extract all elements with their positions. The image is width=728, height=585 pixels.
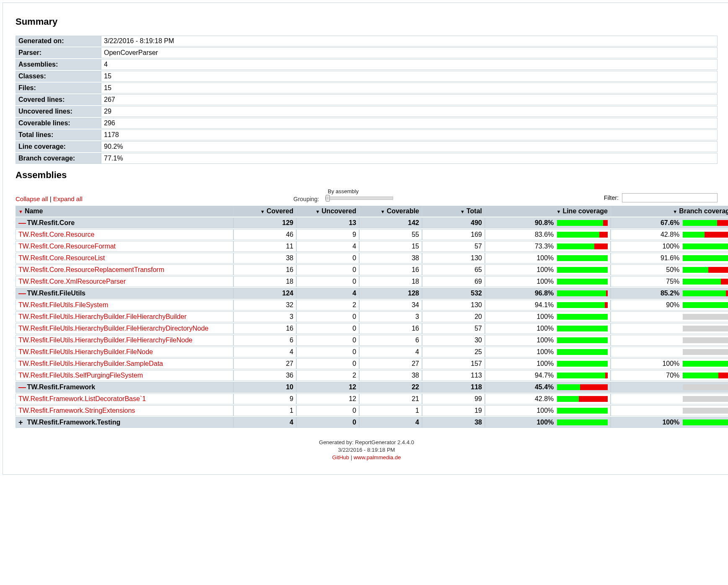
summary-heading: Summary [16,16,718,27]
filter-label: Filter: [604,194,619,201]
class-link[interactable]: TW.Resfit.Core.XmlResourceParser [18,278,126,285]
class-row: TW.Resfit.Core.Resource4695516983.6%42.8… [16,229,728,240]
footer-site-link[interactable]: www.palmmedia.de [354,454,401,461]
assembly-row: — TW.Resfit.FileUtils124412853296.8%85.2… [16,288,728,299]
class-link[interactable]: TW.Resfit.Core.ResourceFormat [18,243,116,250]
uncovered-cell: 0 [296,253,359,264]
filter-input[interactable] [622,193,718,202]
summary-value: 15 [101,83,718,93]
class-row: TW.Resfit.Core.XmlResourceParser18018691… [16,276,728,287]
coverage-pct-cell [611,323,728,334]
summary-row: Generated on:3/22/2016 - 8:19:18 PM [16,36,718,47]
collapse-icon[interactable]: — [18,290,24,296]
coverable-cell: 38 [359,253,422,264]
name-cell: — TW.Resfit.Framework [16,382,233,393]
coverable-cell: 16 [359,323,422,334]
summary-label: Assemblies: [16,59,101,70]
col-total[interactable]: ▼Total [422,206,485,217]
coverage-pct-cell: 100% [611,417,728,428]
coverage-pct-cell: 70% [611,370,728,381]
uncovered-cell: 0 [296,358,359,369]
name-cell: TW.Resfit.Framework.ListDecoratorBase`1 [16,393,233,404]
col-line-coverage[interactable]: ▼Line coverage [485,206,611,217]
expand-collapse-controls: Collapse all | Expand all [16,195,83,202]
summary-value: OpenCoverParser [101,47,718,58]
name-cell: — TW.Resfit.FileUtils [16,288,233,299]
name-cell: TW.Resfit.FileUtils.HierarchyBuilder.Fil… [16,347,233,357]
uncovered-cell: 4 [296,288,359,299]
class-row: TW.Resfit.Framework.ListDecoratorBase`19… [16,393,728,404]
class-row: TW.Resfit.FileUtils.HierarchyBuilder.Fil… [16,323,728,334]
total-cell: 65 [422,264,485,275]
class-link[interactable]: TW.Resfit.FileUtils.HierarchyBuilder.Fil… [18,337,192,344]
col-covered[interactable]: ▼Covered [233,206,296,217]
uncovered-cell: 13 [296,217,359,228]
collapse-icon[interactable]: — [18,220,24,226]
footer-github-link[interactable]: GitHub [332,454,349,461]
expand-all-link[interactable]: Expand all [53,195,83,202]
coverable-cell: 6 [359,335,422,346]
class-link[interactable]: TW.Resfit.Framework.StringExtensions [18,407,135,414]
summary-label: Generated on: [16,36,101,47]
expand-icon[interactable]: + [18,419,24,425]
summary-value: 77.1% [101,153,718,164]
collapse-icon[interactable]: — [18,384,24,390]
grouping-slider[interactable] [325,197,393,200]
class-link[interactable]: TW.Resfit.FileUtils.FileSystem [18,301,108,308]
total-cell: 30 [422,335,485,346]
covered-cell: 27 [233,358,296,369]
total-cell: 69 [422,276,485,287]
col-name[interactable]: ▼Name [16,206,233,217]
coverage-pct-cell: 73.3% [485,241,611,252]
summary-row: Coverable lines:296 [16,118,718,129]
assemblies-heading: Assemblies [16,170,718,181]
name-cell: TW.Resfit.Core.ResourceList [16,253,233,264]
summary-value: 3/22/2016 - 8:19:18 PM [101,36,718,47]
uncovered-cell: 12 [296,382,359,393]
col-uncovered[interactable]: ▼Uncovered [296,206,359,217]
footer-generated-by: Generated by: ReportGenerator 2.4.4.0 [16,439,718,446]
summary-value: 15 [101,71,718,82]
total-cell: 38 [422,417,485,428]
class-link[interactable]: TW.Resfit.FileUtils.SelfPurgingFileSyste… [18,372,143,379]
summary-value: 4 [101,59,718,70]
summary-value: 90.2% [101,141,718,152]
name-cell: TW.Resfit.Core.ResourceReplacementTransf… [16,264,233,275]
coverage-pct-cell [611,347,728,357]
uncovered-cell: 2 [296,370,359,381]
class-link[interactable]: TW.Resfit.Core.ResourceReplacementTransf… [18,266,164,273]
col-branch-coverage[interactable]: ▼Branch coverage [611,206,728,217]
name-cell: TW.Resfit.Core.XmlResourceParser [16,276,233,287]
coverage-pct-cell [611,382,728,393]
uncovered-cell: 9 [296,229,359,240]
sort-down-icon: ▼ [18,209,23,214]
summary-label: Total lines: [16,129,101,140]
name-cell: TW.Resfit.Framework.StringExtensions [16,405,233,416]
coverage-pct-cell: 100% [485,347,611,357]
coverable-cell: 3 [359,311,422,322]
grouping-label: Grouping: [293,196,319,202]
coverable-cell: 21 [359,393,422,404]
sort-down-icon: ▼ [673,209,677,214]
class-link[interactable]: TW.Resfit.FileUtils.HierarchyBuilder.Fil… [18,348,153,355]
total-cell: 169 [422,229,485,240]
class-link[interactable]: TW.Resfit.FileUtils.HierarchyBuilder.Sam… [18,360,163,367]
name-cell: TW.Resfit.Core.ResourceFormat [16,241,233,252]
name-cell: TW.Resfit.FileUtils.FileSystem [16,300,233,311]
class-link[interactable]: TW.Resfit.FileUtils.HierarchyBuilder.Fil… [18,313,187,320]
class-link[interactable]: TW.Resfit.Core.Resource [18,231,94,238]
covered-cell: 16 [233,264,296,275]
class-link[interactable]: TW.Resfit.Framework.ListDecoratorBase`1 [18,395,146,402]
collapse-all-link[interactable]: Collapse all [16,195,48,202]
covered-cell: 38 [233,253,296,264]
coverage-pct-cell: 100% [485,405,611,416]
sort-down-icon: ▼ [260,209,265,214]
coverage-pct-cell [611,405,728,416]
total-cell: 157 [422,358,485,369]
total-cell: 532 [422,288,485,299]
sort-down-icon: ▼ [557,209,561,214]
covered-cell: 4 [233,347,296,357]
col-coverable[interactable]: ▼Coverable [359,206,422,217]
class-link[interactable]: TW.Resfit.FileUtils.HierarchyBuilder.Fil… [18,325,208,332]
class-link[interactable]: TW.Resfit.Core.ResourceList [18,254,105,261]
